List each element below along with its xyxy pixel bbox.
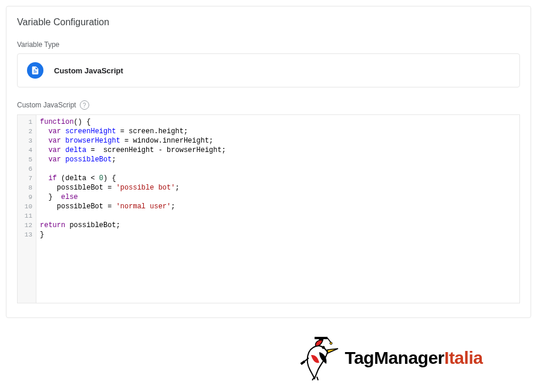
woodpecker-icon bbox=[298, 334, 339, 381]
brand-italia: Italia bbox=[444, 348, 482, 367]
variable-type-name: Custom JavaScript bbox=[54, 66, 123, 75]
svg-point-0 bbox=[322, 346, 325, 349]
code-area[interactable]: function() { var screenHeight = screen.h… bbox=[36, 115, 519, 303]
svg-point-3 bbox=[330, 342, 332, 344]
code-editor[interactable]: 1 2 3 4 5 6 7 8 9 10 11 12 13 function()… bbox=[17, 114, 520, 303]
help-icon[interactable]: ? bbox=[80, 100, 89, 110]
svg-line-5 bbox=[317, 377, 318, 380]
variable-configuration-panel: Variable Configuration Variable Type Cus… bbox=[6, 6, 531, 318]
editor-section-label: Custom JavaScript ? bbox=[17, 100, 520, 110]
brand-text: TagManagerItalia bbox=[345, 348, 483, 368]
editor-label-text: Custom JavaScript bbox=[17, 101, 76, 109]
brand-logo: TagManagerItalia bbox=[252, 334, 528, 381]
variable-type-selector[interactable]: Custom JavaScript bbox=[17, 53, 520, 87]
code-gutter: 1 2 3 4 5 6 7 8 9 10 11 12 13 bbox=[18, 115, 36, 303]
panel-title: Variable Configuration bbox=[17, 17, 520, 28]
variable-type-label: Variable Type bbox=[17, 40, 520, 49]
custom-js-icon bbox=[27, 62, 43, 79]
brand-tagmanager: TagManager bbox=[345, 348, 444, 367]
